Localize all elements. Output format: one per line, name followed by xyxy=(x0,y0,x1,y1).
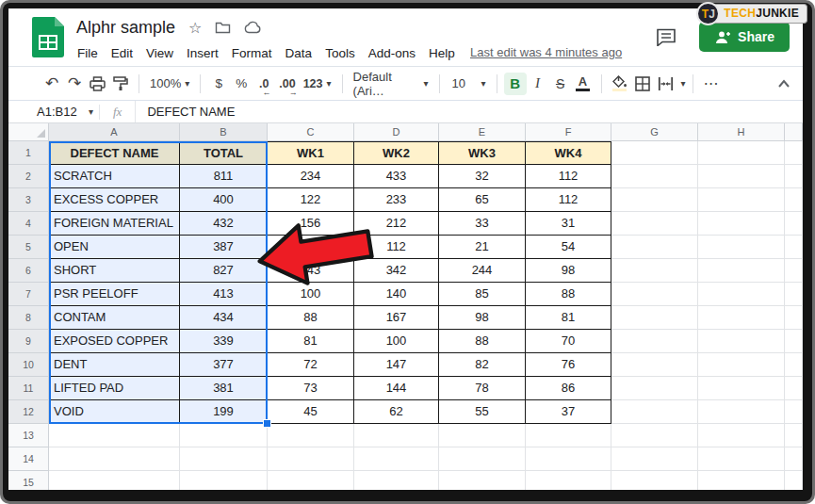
row-header-6[interactable]: 6 xyxy=(8,259,49,283)
header-cell[interactable]: WK2 xyxy=(354,141,439,165)
zoom-select[interactable]: 100%▾ xyxy=(146,73,193,95)
cell[interactable]: 81 xyxy=(268,330,354,353)
italic-button[interactable]: I xyxy=(527,73,549,95)
strikethrough-button[interactable]: S xyxy=(549,73,572,95)
cell[interactable]: VOID xyxy=(49,400,180,424)
cell[interactable]: 65 xyxy=(439,188,526,212)
empty-cell[interactable] xyxy=(698,188,785,212)
empty-cell[interactable] xyxy=(698,447,785,471)
empty-cell[interactable] xyxy=(698,400,785,424)
row-header-14[interactable]: 14 xyxy=(8,447,49,471)
cloud-saved-icon[interactable] xyxy=(244,21,262,34)
cell[interactable]: 122 xyxy=(268,188,354,212)
cell[interactable]: DENT xyxy=(49,353,180,377)
empty-cell[interactable] xyxy=(785,306,803,330)
empty-cell[interactable] xyxy=(180,471,268,490)
cell[interactable]: 85 xyxy=(439,283,526,306)
cell[interactable]: 37 xyxy=(526,400,611,424)
number-format-menu[interactable]: 123▾ xyxy=(300,73,335,95)
row-header-10[interactable]: 10 xyxy=(8,353,49,377)
empty-cell[interactable] xyxy=(785,424,803,447)
row-header-15[interactable]: 15 xyxy=(8,471,49,490)
row-header-1[interactable]: 1 xyxy=(8,141,49,165)
row-header-12[interactable]: 12 xyxy=(8,400,49,424)
empty-cell[interactable] xyxy=(49,471,180,490)
empty-cell[interactable] xyxy=(526,447,611,471)
column-header-H[interactable]: H xyxy=(698,123,785,141)
cell[interactable]: PSR PEELOFF xyxy=(49,283,180,306)
redo-icon[interactable]: ↷ xyxy=(63,73,86,95)
header-cell[interactable]: WK4 xyxy=(526,141,611,165)
cell[interactable]: 811 xyxy=(180,165,268,188)
row-header-7[interactable]: 7 xyxy=(8,283,49,306)
merge-cells-button[interactable] xyxy=(654,73,677,95)
empty-cell[interactable] xyxy=(785,471,803,490)
cell[interactable]: 112 xyxy=(354,236,439,259)
row-header-5[interactable]: 5 xyxy=(8,236,49,259)
column-header-B[interactable]: B xyxy=(180,123,268,141)
header-cell[interactable]: WK1 xyxy=(268,141,354,165)
cell[interactable]: 54 xyxy=(526,236,611,259)
empty-cell[interactable] xyxy=(698,330,785,353)
header-cell[interactable]: WK3 xyxy=(439,141,526,165)
cell[interactable]: 73 xyxy=(268,377,354,400)
empty-cell[interactable] xyxy=(785,188,803,212)
empty-cell[interactable] xyxy=(49,447,180,471)
formula-input[interactable]: DEFECT NAME xyxy=(135,101,803,122)
row-header-13[interactable]: 13 xyxy=(8,424,49,447)
row-header-11[interactable]: 11 xyxy=(8,377,49,400)
cell[interactable]: 112 xyxy=(526,165,611,188)
row-header-4[interactable]: 4 xyxy=(8,212,49,236)
menu-edit[interactable]: Edit xyxy=(105,44,139,62)
empty-cell[interactable] xyxy=(611,377,698,400)
empty-cell[interactable] xyxy=(354,447,439,471)
borders-button[interactable] xyxy=(631,73,654,95)
row-header-3[interactable]: 3 xyxy=(8,188,49,212)
cell[interactable]: OPEN xyxy=(49,236,180,259)
cell[interactable]: 233 xyxy=(354,188,439,212)
empty-cell[interactable] xyxy=(180,447,268,471)
star-icon[interactable]: ☆ xyxy=(188,19,202,37)
empty-cell[interactable] xyxy=(354,424,439,447)
header-cell[interactable]: DEFECT NAME xyxy=(49,141,180,165)
column-header-G[interactable]: G xyxy=(611,123,698,141)
cell[interactable]: SHORT xyxy=(49,259,180,283)
cell[interactable]: CONTAM xyxy=(49,306,180,330)
cell[interactable]: 434 xyxy=(180,306,268,330)
empty-cell[interactable] xyxy=(49,424,180,447)
cell[interactable]: 88 xyxy=(526,283,611,306)
empty-cell[interactable] xyxy=(785,283,803,306)
empty-cell[interactable] xyxy=(611,306,698,330)
empty-cell[interactable] xyxy=(698,212,785,236)
more-toolbar-icon[interactable]: ⋯ xyxy=(700,73,723,95)
empty-cell[interactable] xyxy=(611,471,698,490)
decrease-decimal-icon[interactable]: .0← xyxy=(253,73,275,95)
menu-data[interactable]: Data xyxy=(279,44,319,62)
column-header-A[interactable]: A xyxy=(49,123,180,141)
row-header-2[interactable]: 2 xyxy=(8,165,49,188)
cell[interactable]: 199 xyxy=(180,400,268,424)
empty-cell[interactable] xyxy=(698,424,785,447)
cell[interactable]: 342 xyxy=(354,259,439,283)
empty-cell[interactable] xyxy=(611,188,698,212)
empty-cell[interactable] xyxy=(611,259,698,283)
cell[interactable]: 81 xyxy=(526,306,611,330)
merge-options-caret[interactable]: ▾ xyxy=(681,78,686,89)
cell[interactable]: 433 xyxy=(354,165,439,188)
cell[interactable]: 62 xyxy=(354,400,439,424)
empty-cell[interactable] xyxy=(526,424,611,447)
cell[interactable]: 86 xyxy=(526,377,611,400)
select-all-corner[interactable] xyxy=(8,123,49,141)
empty-cell[interactable] xyxy=(611,400,698,424)
empty-cell[interactable] xyxy=(611,165,698,188)
cell[interactable]: FOREIGN MATERIAL xyxy=(49,212,180,236)
empty-cell[interactable] xyxy=(526,471,611,490)
empty-cell[interactable] xyxy=(611,283,698,306)
column-header-C[interactable]: C xyxy=(268,123,354,141)
empty-cell[interactable] xyxy=(698,353,785,377)
empty-cell[interactable] xyxy=(698,377,785,400)
empty-cell[interactable] xyxy=(268,471,354,490)
empty-cell[interactable] xyxy=(611,236,698,259)
empty-cell[interactable] xyxy=(611,353,698,377)
menu-view[interactable]: View xyxy=(139,44,180,62)
